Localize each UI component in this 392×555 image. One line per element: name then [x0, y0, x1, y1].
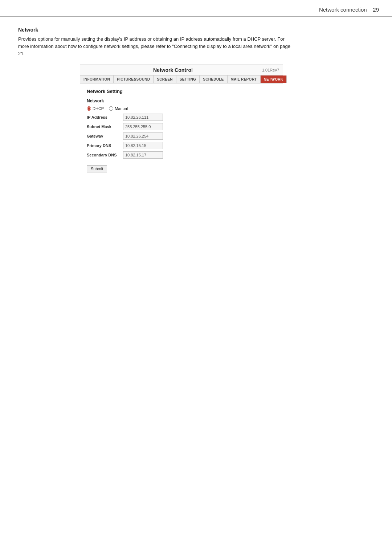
tab-setting[interactable]: SETTING [176, 76, 200, 83]
primary-dns-label: Primary DNS [87, 143, 123, 148]
page-header: Network connection 29 [0, 0, 392, 17]
nc-title: Network Control [84, 67, 262, 73]
subnet-mask-label: Subnet Mask [87, 125, 123, 129]
gateway-label: Gateway [87, 134, 123, 138]
main-content: Network Provides options for manually se… [0, 17, 392, 194]
gateway-input[interactable] [123, 132, 163, 140]
submit-button[interactable]: Submit [87, 165, 107, 172]
panel-section-title: Network Setting [87, 89, 276, 94]
manual-radio[interactable] [109, 106, 113, 111]
dhcp-option[interactable]: DHCP [87, 106, 104, 111]
tab-bar: INFORMATION PICTURE&SOUND SCREEN SETTING… [80, 76, 283, 83]
ip-address-label: IP Address [87, 115, 123, 119]
primary-dns-input[interactable] [123, 142, 163, 149]
gateway-row: Gateway [87, 132, 276, 140]
secondary-dns-row: Secondary DNS [87, 151, 276, 159]
manual-label: Manual [115, 106, 128, 111]
page-title: Network connection 29 [319, 7, 379, 13]
network-mode-group: DHCP Manual [87, 106, 276, 111]
dhcp-label: DHCP [93, 106, 104, 111]
ip-address-input[interactable] [123, 114, 163, 121]
tab-screen[interactable]: SCREEN [154, 76, 176, 83]
nc-version: 1.01Rev7 [262, 68, 279, 72]
section-description: Provides options for manually setting th… [18, 36, 290, 57]
subsection-network: Network [87, 98, 276, 103]
primary-dns-row: Primary DNS [87, 142, 276, 149]
section-title: Network [18, 27, 374, 33]
subnet-mask-input[interactable] [123, 123, 163, 130]
dhcp-radio[interactable] [87, 106, 91, 111]
network-control-box: Network Control 1.01Rev7 INFORMATION PIC… [80, 65, 283, 179]
secondary-dns-input[interactable] [123, 151, 163, 159]
subnet-mask-row: Subnet Mask [87, 123, 276, 130]
tab-picture-sound[interactable]: PICTURE&SOUND [114, 76, 154, 83]
ip-address-row: IP Address [87, 114, 276, 121]
tab-information[interactable]: INFORMATION [80, 76, 114, 83]
secondary-dns-label: Secondary DNS [87, 153, 123, 157]
tab-network[interactable]: NETWORK [261, 76, 287, 83]
nc-header: Network Control 1.01Rev7 [80, 65, 283, 76]
tab-schedule[interactable]: SCHEDULE [200, 76, 227, 83]
manual-option[interactable]: Manual [109, 106, 128, 111]
tab-mail-report[interactable]: MAIL REPORT [228, 76, 261, 83]
panel-content: Network Setting Network DHCP Manual IP A… [80, 83, 283, 179]
